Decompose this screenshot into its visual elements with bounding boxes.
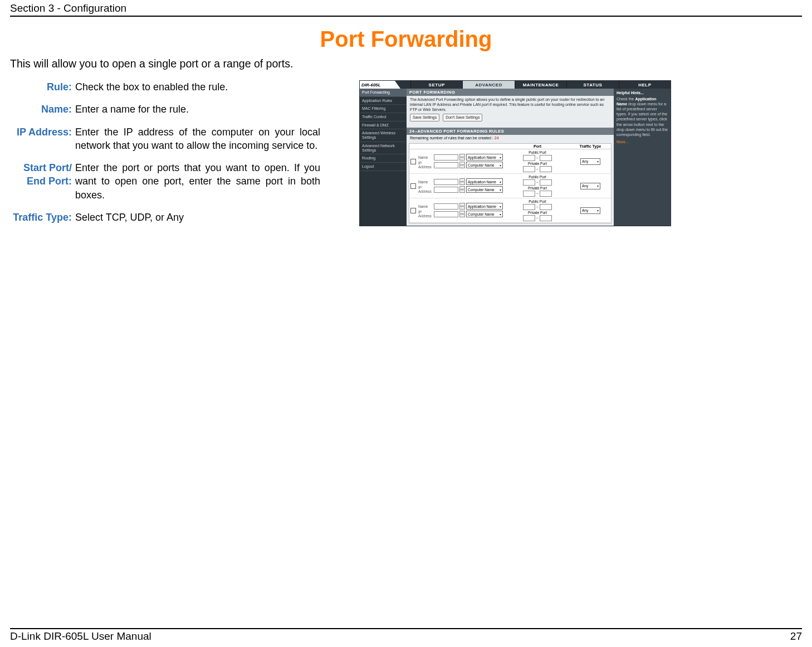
col-traffic: Traffic Type xyxy=(571,144,610,148)
traffic-type-select[interactable]: Any▾ xyxy=(580,207,600,214)
footer-manual: D-Link DIR-605L User Manual xyxy=(10,630,151,643)
dont-save-settings-button[interactable]: Don't Save Settings xyxy=(443,114,482,121)
traffic-type-select[interactable]: Any▾ xyxy=(580,158,600,165)
apply-computer-button[interactable]: << xyxy=(459,211,465,217)
application-name-select[interactable]: Application Name▾ xyxy=(466,154,503,160)
rule-enable-checkbox[interactable] xyxy=(410,208,416,213)
term-rule: Rule: xyxy=(10,80,73,94)
name-input[interactable] xyxy=(434,203,458,210)
apply-app-button[interactable]: << xyxy=(459,178,465,185)
sidebar-item-advwireless[interactable]: Advanced Wireless Settings xyxy=(360,129,407,142)
tab-advanced[interactable]: ADVANCED xyxy=(462,81,514,89)
computer-name-select[interactable]: Computer Name▾ xyxy=(466,211,503,217)
ip-input[interactable] xyxy=(434,211,458,217)
def-rule: Check the box to enabled the rule. xyxy=(75,80,320,94)
public-port-end-input[interactable] xyxy=(540,204,552,210)
table-row: Name<<Application Name▾IP Address<<Compu… xyxy=(409,174,611,198)
sidebar-item-routing[interactable]: Routing xyxy=(360,154,407,163)
rule-enable-checkbox[interactable] xyxy=(410,159,416,164)
ip-input[interactable] xyxy=(434,187,458,193)
name-input[interactable] xyxy=(434,179,458,185)
col-port: Port xyxy=(504,144,571,148)
sidebar-item-portforwarding[interactable]: Port Forwarding xyxy=(360,89,407,97)
footer-page: 27 xyxy=(790,630,802,643)
model-label: DIR-605L xyxy=(360,81,395,89)
public-port-start-input[interactable] xyxy=(523,155,535,161)
private-port-start-input[interactable] xyxy=(523,191,535,197)
definition-list: Rule: Check the box to enabled the rule.… xyxy=(10,80,320,224)
panel-description: The Advanced Port Forwarding option allo… xyxy=(410,98,610,112)
tab-setup[interactable]: SETUP xyxy=(410,81,462,89)
traffic-type-select[interactable]: Any▾ xyxy=(580,183,600,189)
tab-maintenance[interactable]: MAINTENANCE xyxy=(515,81,566,89)
sidebar-item-macfilter[interactable]: MAC Filtering xyxy=(360,105,407,113)
sidebar-item-traffic[interactable]: Traffic Control xyxy=(360,113,407,121)
computer-name-select[interactable]: Computer Name▾ xyxy=(466,186,503,193)
public-port-start-input[interactable] xyxy=(523,204,535,210)
sidebar-item-apprules[interactable]: Application Rules xyxy=(360,97,407,105)
private-port-end-input[interactable] xyxy=(540,166,552,172)
table-row: Name<<Application Name▾IP Address<<Compu… xyxy=(409,198,611,223)
rules-section-title: 24--ADVANCED PORT FORWARDING RULES xyxy=(407,128,614,135)
panel-title: PORT FORWARDING xyxy=(407,89,614,96)
apply-computer-button[interactable]: << xyxy=(459,162,465,168)
table-row: Name<<Application Name▾IP Address<<Compu… xyxy=(409,149,611,174)
public-port-end-input[interactable] xyxy=(540,179,552,186)
computer-name-select[interactable]: Computer Name▾ xyxy=(466,162,503,168)
tab-help[interactable]: HELP xyxy=(619,81,671,89)
sidebar-item-firewall[interactable]: Firewall & DMZ xyxy=(360,121,407,130)
name-input[interactable] xyxy=(434,154,458,160)
intro-text: This will allow you to open a single por… xyxy=(10,57,802,70)
help-more-link[interactable]: More... xyxy=(617,139,668,144)
private-port-start-input[interactable] xyxy=(523,166,535,172)
def-ip: Enter the IP address of the computer on … xyxy=(75,125,320,153)
def-traffic: Select TCP, UDP, or Any xyxy=(75,211,320,224)
public-port-start-input[interactable] xyxy=(523,179,535,186)
sidebar-item-advnetwork[interactable]: Advanced Network Settings xyxy=(360,142,407,154)
term-ip: IP Address: xyxy=(10,125,73,153)
rule-enable-checkbox[interactable] xyxy=(410,183,416,189)
public-port-end-input[interactable] xyxy=(540,155,552,161)
section-header: Section 3 - Configuration xyxy=(10,0,802,17)
def-port: Enter the port or ports that you want to… xyxy=(75,161,320,202)
router-sidebar: Port Forwarding Application Rules MAC Fi… xyxy=(360,89,407,226)
apply-app-button[interactable]: << xyxy=(459,154,465,160)
helpful-hints-panel: Helpful Hints... Check the Application N… xyxy=(614,89,671,226)
router-screenshot: DIR-605L SETUP ADVANCED MAINTENANCE STAT… xyxy=(359,80,671,226)
term-port: Start Port/ End Port: xyxy=(10,161,73,202)
private-port-end-input[interactable] xyxy=(540,215,552,221)
application-name-select[interactable]: Application Name▾ xyxy=(466,178,503,185)
private-port-start-input[interactable] xyxy=(523,215,535,221)
apply-app-button[interactable]: << xyxy=(459,203,465,210)
term-name: Name: xyxy=(10,103,73,116)
application-name-select[interactable]: Application Name▾ xyxy=(466,203,503,210)
help-body: Check the Application Name drop down men… xyxy=(617,96,668,137)
rules-table: Port Traffic Type Name<<Application Name… xyxy=(409,143,612,223)
save-settings-button[interactable]: Save Settings xyxy=(410,114,439,121)
apply-computer-button[interactable]: << xyxy=(459,186,465,193)
rules-remaining-note: Remaining number of rules that can be cr… xyxy=(407,135,614,141)
ip-input[interactable] xyxy=(434,162,458,168)
term-traffic: Traffic Type: xyxy=(10,211,73,224)
help-title: Helpful Hints... xyxy=(617,90,668,95)
private-port-end-input[interactable] xyxy=(540,191,552,197)
tab-status[interactable]: STATUS xyxy=(566,81,618,89)
sidebar-item-logout[interactable]: Logout xyxy=(360,163,407,171)
page-title: Port Forwarding xyxy=(10,27,802,52)
def-name: Enter a name for the rule. xyxy=(75,103,320,116)
